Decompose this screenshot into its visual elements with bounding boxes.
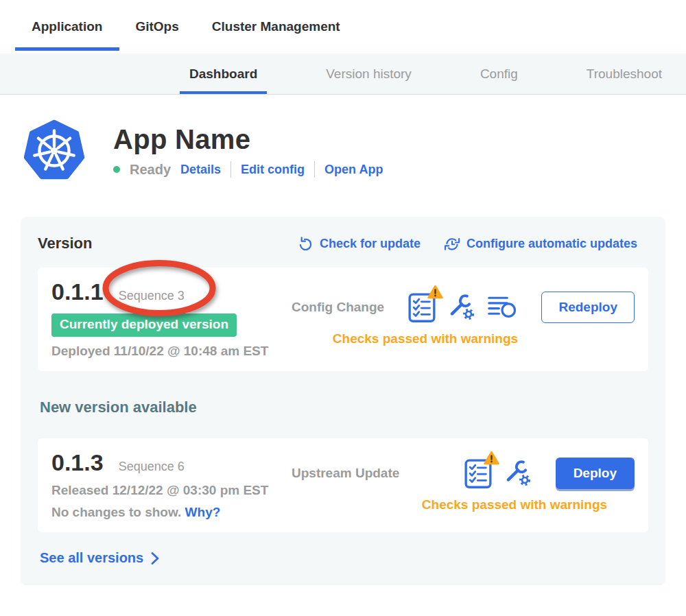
app-sub-nav: Dashboard Version history Config Trouble…	[0, 54, 686, 95]
see-all-versions-label: See all versions	[40, 550, 143, 566]
version-card-actions: Check for update Configure automatic upd…	[298, 235, 637, 252]
see-all-versions-link[interactable]: See all versions	[40, 550, 161, 566]
app-status-row: Ready Details Edit config Open App	[113, 161, 383, 178]
refresh-icon	[298, 236, 314, 252]
top-nav-tab-application[interactable]: Application	[32, 0, 102, 54]
new-version-heading: New version available	[40, 399, 648, 416]
available-checks-status: Checks passed with warnings	[292, 497, 635, 512]
link-divider	[230, 161, 231, 178]
view-files-icon[interactable]	[487, 294, 517, 320]
why-link[interactable]: Why?	[185, 505, 221, 519]
available-sequence-label: Sequence 6	[119, 460, 185, 474]
available-version-icons: Deploy	[464, 458, 635, 489]
app-header: App Name Ready Details Edit config Open …	[0, 95, 686, 182]
app-status-label: Ready	[130, 162, 171, 178]
deployed-version-row: 0.1.1 Sequence 3 Currently deployed vers…	[38, 268, 648, 371]
version-card-header: Version Check for update	[38, 235, 648, 252]
available-version-info: 0.1.3 Sequence 6 Released 12/12/22 @ 03:…	[51, 449, 292, 520]
configure-auto-updates-link[interactable]: Configure automatic updates	[444, 235, 637, 252]
chevron-right-icon	[150, 552, 161, 565]
deployed-version-number: 0.1.1	[51, 279, 104, 305]
deploy-button[interactable]: Deploy	[556, 458, 635, 489]
warning-triangle-icon	[484, 451, 499, 468]
preflight-checks-icon[interactable]	[464, 458, 493, 489]
deployed-source-label: Config Change	[292, 300, 384, 315]
edit-config-link[interactable]: Edit config	[241, 163, 305, 177]
deployed-version-icons: Redeploy	[407, 292, 635, 323]
available-version-row: 0.1.3 Sequence 6 Released 12/12/22 @ 03:…	[38, 438, 648, 532]
wrench-gear-icon[interactable]	[448, 294, 475, 321]
details-link[interactable]: Details	[180, 163, 221, 177]
top-nav: Application GitOps Cluster Management	[0, 0, 686, 54]
deployed-checks-status: Checks passed with warnings	[292, 331, 635, 346]
deployed-sequence-label: Sequence 3	[119, 289, 185, 303]
link-divider	[314, 161, 315, 178]
deployed-timestamp: Deployed 11/10/22 @ 10:48 am EST	[51, 344, 292, 359]
currently-deployed-badge: Currently deployed version	[51, 313, 237, 337]
ready-status-dot-icon	[113, 166, 120, 173]
configure-auto-updates-label: Configure automatic updates	[466, 237, 637, 251]
available-version-actions: Upstream Update	[292, 449, 635, 520]
scheduled-update-icon	[444, 235, 460, 252]
available-timestamp: Released 12/12/22 @ 03:30 pm EST	[51, 483, 292, 498]
app-title: App Name	[113, 124, 383, 155]
version-card-title: Version	[38, 235, 92, 252]
deployed-version-actions: Config Change	[292, 279, 635, 359]
version-card: Version Check for update	[21, 217, 665, 585]
available-source-label: Upstream Update	[292, 466, 399, 481]
app-meta: App Name Ready Details Edit config Open …	[113, 124, 383, 178]
deployed-version-info: 0.1.1 Sequence 3 Currently deployed vers…	[51, 279, 292, 359]
kubernetes-logo	[24, 119, 84, 182]
top-nav-tab-gitops[interactable]: GitOps	[135, 0, 178, 54]
wrench-gear-icon[interactable]	[504, 460, 532, 487]
top-nav-tab-cluster-management[interactable]: Cluster Management	[212, 0, 340, 54]
redeploy-button[interactable]: Redeploy	[541, 292, 635, 323]
sub-nav-tab-config[interactable]: Config	[471, 54, 528, 94]
sub-nav-tab-dashboard[interactable]: Dashboard	[180, 54, 267, 94]
no-changes-label: No changes to show.	[51, 505, 181, 519]
open-app-link[interactable]: Open App	[324, 163, 383, 177]
sub-nav-tab-troubleshoot[interactable]: Troubleshoot	[577, 54, 672, 94]
sub-nav-tab-version-history[interactable]: Version history	[316, 54, 421, 94]
available-version-number: 0.1.3	[51, 449, 104, 476]
check-for-update-link[interactable]: Check for update	[298, 236, 421, 252]
preflight-checks-icon[interactable]	[407, 292, 436, 323]
warning-triangle-icon	[427, 285, 443, 302]
check-for-update-label: Check for update	[320, 237, 421, 251]
